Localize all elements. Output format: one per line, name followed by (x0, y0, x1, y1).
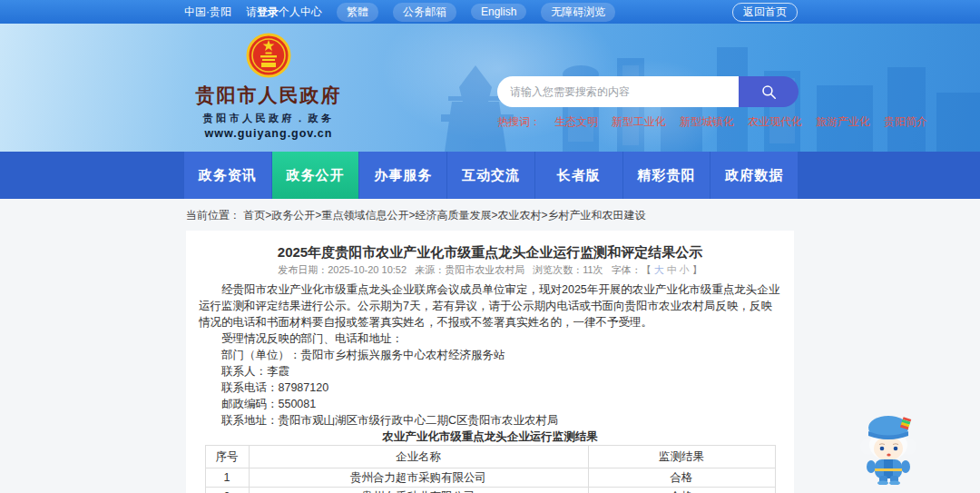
nav-item-gov-info[interactable]: 政务公开 (272, 152, 360, 199)
breadcrumb-agriculture[interactable]: 农业农村 (497, 209, 541, 222)
login-suffix: 个人中心 (279, 5, 322, 18)
site-url: www.guiyang.gov.cn (186, 127, 351, 140)
hot-word-urbanization[interactable]: 新型城镇化 (680, 114, 734, 130)
article-source: 来源：贵阳市农业农村局 (415, 264, 524, 275)
region-link[interactable]: 中国·贵阳 (184, 5, 231, 20)
nav-item-news[interactable]: 政务资讯 (184, 152, 272, 199)
content-area: 当前位置： 首页>政务公开>重点领域信息公开>经济高质量发展>农业农村>乡村产业… (0, 199, 980, 493)
contact-address: 联系地址：贵阳市观山湖区市级行政中心二期C区贵阳市农业农村局 (199, 412, 781, 429)
site-header: 贵阳市人民政府 贵阳市人民政府．政务 www.guiyang.gov.cn 热搜… (0, 24, 980, 152)
table-row: 1 贵州合力超市采购有限公司 合格 (205, 468, 775, 488)
contact-department: 部门（单位）：贵阳市乡村振兴服务中心农村经济服务站 (199, 347, 781, 363)
contact-postcode: 邮政编码：550081 (199, 396, 781, 412)
mascot-icon (857, 409, 920, 485)
breadcrumb-gov-info[interactable]: 政务公开 (271, 209, 315, 222)
search-input[interactable] (497, 76, 739, 107)
header-no: 序号 (205, 446, 249, 468)
search-area: 热搜词： 生态文明 新型工业化 新型城镇化 农业现代化 旅游产业化 贵阳简介 (497, 76, 799, 130)
breadcrumb-home[interactable]: 首页 (243, 209, 265, 222)
site-title: 贵阳市人民政府 (186, 83, 351, 108)
accessibility-link[interactable]: 无障碍浏览 (541, 3, 615, 22)
article-body: 经贵阳市农业产业化市级重点龙头企业联席会议成员单位审定，现对2025年开展的农业… (199, 281, 781, 429)
nav-item-interaction[interactable]: 互动交流 (447, 152, 535, 199)
breadcrumb-key-areas[interactable]: 重点领域信息公开 (321, 209, 408, 222)
traditional-chinese-link[interactable]: 繁體 (337, 3, 378, 22)
breadcrumb-economy[interactable]: 经济高质量发展 (415, 209, 491, 222)
hot-word-eco[interactable]: 生态文明 (554, 114, 598, 130)
font-size-small-button[interactable]: 小 (680, 264, 690, 275)
row-result: 合格 (588, 488, 775, 493)
font-size-large-button[interactable]: 大 (654, 264, 664, 275)
top-utility-bar: 中国·贵阳 请登录个人中心 繁體 公务邮箱 English 无障碍浏览 返回首页 (0, 0, 980, 24)
header-company: 企业名称 (249, 446, 588, 468)
nav-item-services[interactable]: 办事服务 (359, 152, 447, 199)
nav-item-senior[interactable]: 长者版 (535, 152, 623, 199)
hot-word-tourism[interactable]: 旅游产业化 (816, 114, 870, 130)
hot-word-intro[interactable]: 贵阳简介 (884, 114, 927, 130)
monitor-result-table: 序号 企业名称 监测结果 1 贵州合力超市采购有限公司 合格 2 贵州友禾种业有… (205, 445, 776, 493)
mascot-assistant[interactable] (857, 409, 920, 485)
font-size-medium-button[interactable]: 中 (667, 264, 677, 275)
publish-date: 发布日期：2025-10-20 10:52 (278, 264, 407, 275)
table-caption: 农业产业化市级重点龙头企业运行监测结果 (199, 429, 781, 445)
site-subtitle: 贵阳市人民政府．政务 (186, 112, 351, 125)
article-meta: 发布日期：2025-10-20 10:52 来源：贵阳市农业农村局 浏览次数：1… (199, 264, 781, 276)
breadcrumb: 当前位置： 首页>政务公开>重点领域信息公开>经济高质量发展>农业农村>乡村产业… (0, 199, 980, 231)
english-link[interactable]: English (471, 4, 526, 20)
login-bold: 登录 (257, 5, 279, 18)
nav-item-highlights[interactable]: 精彩贵阳 (623, 152, 711, 199)
official-mailbox-link[interactable]: 公务邮箱 (393, 3, 456, 22)
table-header-row: 序号 企业名称 监测结果 (205, 446, 775, 468)
back-home-button[interactable]: 返回首页 (732, 3, 798, 22)
article-title: 2025年度贵阳市农业产业化市级重点龙头企业运行监测和评定结果公示 (199, 243, 781, 261)
hot-word-agriculture[interactable]: 农业现代化 (748, 114, 802, 130)
row-no: 1 (205, 468, 249, 488)
main-nav: 政务资讯 政务公开 办事服务 互动交流 长者版 精彩贵阳 政府数据 (0, 152, 980, 199)
contact-phone: 联系电话：87987120 (199, 380, 781, 396)
article-paragraph: 经贵阳市农业产业化市级重点龙头企业联席会议成员单位审定，现对2025年开展的农业… (199, 281, 781, 330)
search-icon (760, 84, 778, 101)
site-logo-block[interactable]: 贵阳市人民政府 贵阳市人民政府．政务 www.guiyang.gov.cn (186, 33, 351, 140)
view-count: 浏览次数：11次 (533, 264, 603, 275)
search-button[interactable] (739, 76, 799, 107)
national-emblem-icon (246, 33, 291, 78)
font-size-bracket: 】 (692, 264, 702, 275)
row-result: 合格 (588, 468, 775, 488)
row-company: 贵州合力超市采购有限公司 (249, 468, 588, 488)
breadcrumb-label: 当前位置： (186, 209, 240, 222)
row-no: 2 (205, 488, 249, 493)
article-card: 2025年度贵阳市农业产业化市级重点龙头企业运行监测和评定结果公示 发布日期：2… (186, 231, 794, 493)
font-size-label: 字体：【 (612, 264, 652, 275)
contact-person: 联系人：李霞 (199, 363, 781, 380)
hot-word-industry[interactable]: 新型工业化 (612, 114, 666, 130)
login-prefix: 请 (246, 5, 257, 18)
article-paragraph: 受理情况反映的部门、电话和地址： (199, 330, 781, 347)
header-result: 监测结果 (588, 446, 775, 468)
table-row: 2 贵州友禾种业有限公司 合格 (205, 488, 775, 493)
nav-item-gov-data[interactable]: 政府数据 (710, 152, 798, 199)
login-link[interactable]: 请登录个人中心 (246, 5, 322, 20)
hot-search-label: 热搜词： (497, 114, 541, 130)
breadcrumb-rural-industry[interactable]: 乡村产业和农田建设 (547, 209, 645, 222)
hot-search-bar: 热搜词： 生态文明 新型工业化 新型城镇化 农业现代化 旅游产业化 贵阳简介 (497, 114, 799, 130)
row-company: 贵州友禾种业有限公司 (249, 488, 588, 493)
